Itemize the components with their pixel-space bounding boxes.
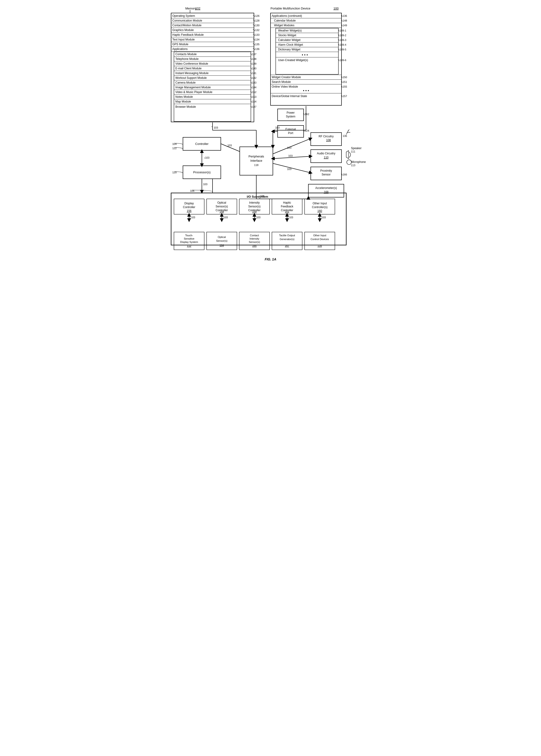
touchdisp-ref: 112 — [187, 244, 191, 247]
onlinevideo-label: Online Video Module — [272, 85, 298, 88]
stocks-label: Stocks Widget — [278, 34, 296, 37]
haptic-ctrl-label2: Feedback — [281, 205, 294, 208]
comm-label: Communication Module — [172, 19, 202, 22]
videomusic-label: Video & Music Player Module — [175, 90, 213, 94]
usercreated-label: User-Created Widget(s) — [278, 59, 308, 62]
other-ctrl-label2: Controller(s) — [312, 206, 327, 209]
mic-icon — [347, 160, 351, 165]
graphics-ref: 132 — [255, 29, 260, 32]
contact-label: Contact/Motion Module — [172, 24, 202, 27]
textinput-ref: 134 — [255, 38, 260, 41]
audio-ref: 110 — [324, 156, 328, 159]
periph-label2: Interface — [251, 159, 263, 162]
mic-label: Microphone — [351, 160, 366, 164]
extport-label2: Port — [288, 131, 293, 135]
haptic-ref: 133 — [255, 33, 260, 36]
calendar-label: Calendar Module — [274, 19, 296, 22]
camera-label: Camera Module — [175, 81, 196, 84]
memory-label: Memory — [185, 7, 197, 10]
alarm-ref: 149-4 — [339, 43, 346, 46]
videomusic-ref: 152 — [252, 91, 256, 94]
textinput-label: Text Input Module — [172, 38, 195, 41]
videoconf-label: Video Conference Module — [175, 62, 208, 65]
apps-ref: 136 — [255, 48, 260, 50]
browser-ref: 147 — [252, 105, 256, 108]
bus103-d4: ↕103 — [288, 216, 293, 219]
proximity-ref: 166 — [343, 173, 347, 176]
bus103f: 103 — [288, 154, 292, 157]
widgetcreator-label: Widget Creator Module — [272, 76, 301, 79]
controller-label: Controller — [195, 142, 209, 146]
haptic-ctrl-label: Haptic — [283, 201, 291, 204]
device-ref: 100 — [333, 7, 339, 10]
optical-ctrl-ref: 158 — [220, 210, 224, 213]
device-label: Portable Multifunction Device — [270, 7, 310, 10]
bus103d: 103 — [228, 144, 232, 147]
svg-line-37 — [348, 130, 349, 131]
diagram-page: Memory 102 Portable Multifunction Device… — [169, 5, 372, 266]
search-ref: 151 — [343, 81, 347, 83]
search-label: Search Module — [272, 80, 291, 84]
other-ctrl-label: Other Input — [312, 202, 327, 205]
widgetcreator-ref: 150 — [343, 76, 347, 79]
workout-ref: 142 — [252, 77, 256, 79]
contact-ref: 130 — [255, 24, 260, 27]
otherinput-label2: Control Devices — [310, 238, 329, 241]
alarm-label: Alarm Clock Widget — [278, 43, 303, 46]
io-title: I/O Subsystem — [247, 195, 268, 198]
bus103-d1: ↕103 — [190, 216, 195, 219]
haptic-label: Haptic Feedback Module — [172, 33, 204, 36]
apps-label: Applications — [172, 47, 188, 51]
usercreated-ref: 149-6 — [339, 59, 346, 62]
processor-ref: 120 — [172, 171, 177, 174]
tactile-label: Tactile Output — [279, 234, 295, 237]
bus103-d3: ↕103 — [256, 216, 261, 219]
calendar-ref: 148 — [343, 19, 347, 22]
rf-ref2: 136 — [343, 135, 347, 137]
map-ref: 154 — [252, 100, 256, 103]
contacts-label: Contacts Module — [175, 53, 197, 56]
otherinput-ref: 116 — [317, 244, 322, 247]
other-ctrl-ref: 160 — [317, 209, 322, 213]
svg-line-50 — [273, 163, 311, 173]
otherinput-label: Other Input — [313, 234, 326, 237]
comm-ref: 128 — [255, 19, 260, 22]
dict-label: Dictionary Widget — [278, 48, 300, 51]
videoconf-ref: 139 — [252, 62, 256, 65]
tactile-label2: Generator(s) — [280, 238, 294, 241]
touchdisp-label2: Sensitive — [184, 237, 195, 240]
gps-label: GPS Module — [172, 43, 188, 46]
telephone-label: Telephone Module — [175, 57, 199, 61]
widgetmod-ref: 149 — [343, 24, 347, 27]
email-ref: 140 — [252, 67, 256, 70]
periph-ref: 118 — [254, 164, 259, 167]
accel-label: Accelerometer(s) — [315, 186, 337, 190]
gps-ref: 135 — [255, 43, 260, 46]
rf-ref: 108 — [326, 139, 331, 142]
globalstate-ref: 157 — [343, 95, 347, 98]
optsensor-label: Optical — [218, 236, 226, 239]
bus103a: ↕103 — [204, 156, 210, 159]
appscont-label: Applications (continued) — [272, 14, 302, 18]
contactsensor-label3: Sensor(s) — [249, 241, 260, 244]
dict-ref: 149-5 — [339, 48, 346, 51]
svg-marker-39 — [346, 151, 348, 159]
touchdisp-label3: Display System — [180, 241, 198, 244]
processor-label: Processor(s) — [193, 171, 211, 174]
power-label: Power — [286, 111, 294, 114]
controller-ref1: 104 — [172, 143, 177, 145]
bus103i: 103 — [203, 183, 207, 186]
dots1: • • • — [302, 53, 308, 57]
contactsensor-label2: Intensity — [250, 237, 260, 240]
notes-label: Notes Module — [175, 95, 193, 99]
bus103e: 103 — [287, 146, 291, 149]
contacts-ref: 137 — [252, 53, 256, 56]
im-label: Instant Messaging Module — [175, 72, 209, 75]
intensity-ctrl-ref: 159 — [252, 210, 257, 213]
notes-ref: 153 — [252, 95, 256, 98]
periph-label: Peripherals — [249, 155, 264, 158]
rf-label: RF Circuitry — [318, 135, 333, 138]
graphics-label: Graphics Module — [172, 28, 194, 32]
intensity-ctrl-label2: Sensor(s) — [248, 205, 261, 208]
audio-label: Audio Circuitry — [317, 152, 335, 155]
